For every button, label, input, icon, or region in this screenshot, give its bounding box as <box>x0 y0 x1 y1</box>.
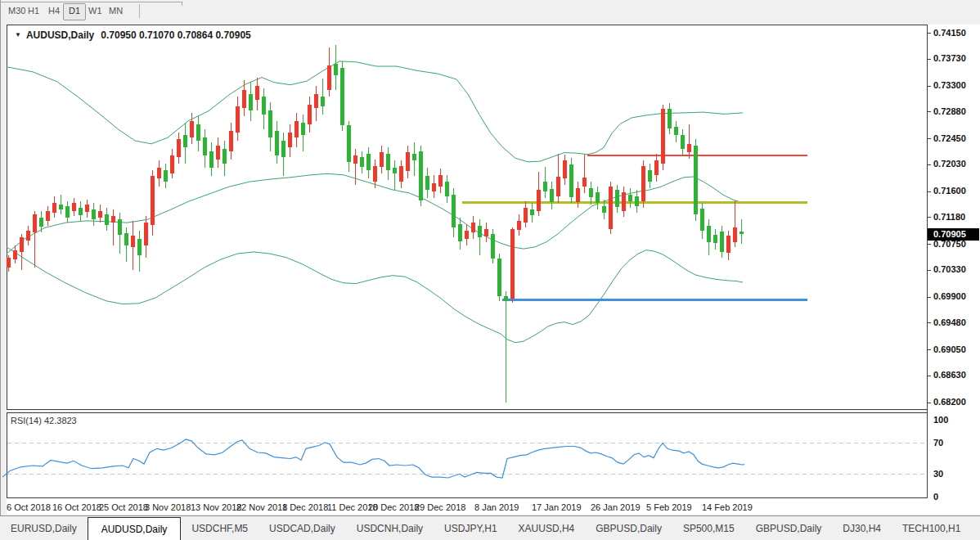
date-tick-label: 16 Oct 2018 <box>52 502 101 512</box>
tab-tech100-h1[interactable]: TECH100,H1 <box>892 516 971 540</box>
price-tick-label: 0.71180 <box>933 213 965 222</box>
rsi-chart[interactable] <box>7 413 926 497</box>
timeframe-button-H1[interactable]: H1 <box>23 3 44 19</box>
date-tick-label: 1 Dec 2018 <box>282 502 328 512</box>
chart-title: ▼AUDUSD,Daily0.70950 0.71070 0.70864 0.7… <box>15 29 251 41</box>
date-tick-label: 3 Nov 2018 <box>145 502 191 512</box>
tab-u[interactable]: U <box>971 516 980 540</box>
date-tick-label: 6 Oct 2018 <box>7 502 51 512</box>
tab-audusd-daily[interactable]: AUDUSD,Daily <box>88 517 182 540</box>
price-tick-mark <box>927 191 931 192</box>
price-axis-background <box>928 25 980 498</box>
price-tick-label: 0.73730 <box>933 54 966 63</box>
date-tick-label: 20 Dec 2018 <box>368 502 419 512</box>
candlestick-chart[interactable] <box>7 25 926 410</box>
date-tick-label: 13 Nov 2018 <box>191 502 241 512</box>
symbol-dropdown-icon[interactable]: ▼ <box>15 31 21 38</box>
date-tick-label: 14 Feb 2019 <box>702 502 753 512</box>
price-tick-mark <box>927 111 931 112</box>
date-tick-label: 26 Jan 2019 <box>591 502 641 512</box>
timeframe-button-MN[interactable]: MN <box>104 3 128 19</box>
price-tick-label: 0.68200 <box>933 398 966 407</box>
tab-gbpusd-daily[interactable]: GBPUSD,Daily <box>585 516 672 540</box>
price-tick-mark <box>927 86 931 87</box>
price-tick-label: 0.72880 <box>933 107 966 116</box>
tab-eurusd-daily[interactable]: EURUSD,Daily <box>0 516 88 540</box>
price-tick-label: 0.70750 <box>933 240 966 249</box>
chart-symbol-label: AUDUSD,Daily <box>26 29 94 41</box>
date-tick-label: 22 Nov 2018 <box>236 502 287 512</box>
rsi-current-value: 42.3823 <box>44 416 77 425</box>
price-tick-mark <box>927 164 931 165</box>
tab-xauusd-h4[interactable]: XAUUSD,H4 <box>508 516 586 540</box>
price-tick-mark <box>927 217 931 218</box>
date-tick-label: 25 Oct 2018 <box>99 502 148 512</box>
price-tick-mark <box>927 59 931 60</box>
rsi-tick-label: 70 <box>933 439 943 448</box>
price-tick-mark <box>927 349 931 350</box>
price-tick-label: 0.68630 <box>933 371 966 380</box>
rsi-tick-label: 100 <box>933 416 948 425</box>
price-tick-mark <box>927 297 931 298</box>
price-tick-label: 0.74150 <box>933 29 966 38</box>
tab-gbpusd-daily[interactable]: GBPUSD,Daily <box>745 516 833 540</box>
tab-sp500-m15[interactable]: SP500,M15 <box>672 516 745 540</box>
price-axis-line[interactable] <box>927 25 928 498</box>
timeframe-toolbar: M30H1H4D1W1MN <box>2 0 980 23</box>
rsi-tick-label: 0 <box>933 493 938 502</box>
price-tick-mark <box>927 322 931 323</box>
price-tick-label: 0.73300 <box>933 81 966 90</box>
price-tick-label: 0.69050 <box>933 345 966 354</box>
timeframe-button-H4[interactable]: H4 <box>43 3 65 19</box>
date-tick-label: 29 Dec 2018 <box>415 502 465 512</box>
price-tick-mark <box>927 244 931 245</box>
window-left-frame <box>0 0 1 540</box>
date-tick-label: 5 Feb 2019 <box>646 502 692 512</box>
rsi-title: RSI(14) <box>11 416 42 425</box>
rsi-label: RSI(14) 42.3823 <box>11 416 77 425</box>
price-tick-mark <box>927 403 931 403</box>
price-tick-mark <box>927 138 931 139</box>
tab-dj30-h4[interactable]: DJ30,H4 <box>832 516 892 540</box>
date-tick-label: 8 Jan 2019 <box>474 502 519 512</box>
tab-usdchf-m5[interactable]: USDCHF,M5 <box>181 516 258 540</box>
tab-usdcad-daily[interactable]: USDCAD,Daily <box>258 516 346 540</box>
trading-terminal-window: { "toolbar": { "buttons": [ {"label":"M3… <box>0 0 980 540</box>
price-tick-label: 0.71600 <box>933 187 966 196</box>
chart-ohlc-values: 0.70950 0.71070 0.70864 0.70905 <box>101 29 251 41</box>
rsi-tick-label: 30 <box>933 470 943 479</box>
price-tick-label: 0.69900 <box>933 292 966 301</box>
price-tick-label: 0.72450 <box>933 134 966 143</box>
tab-usdjpy-h1[interactable]: USDJPY,H1 <box>434 516 507 540</box>
date-tick-label: 17 Jan 2019 <box>532 502 582 512</box>
price-tick-label: 0.70330 <box>933 265 966 274</box>
toolbar-separator <box>139 4 140 18</box>
price-tick-label: 0.72030 <box>933 160 966 169</box>
price-tick-label: 0.69480 <box>933 318 966 327</box>
tab-usdcnh-daily[interactable]: USDCNH,Daily <box>346 516 434 540</box>
price-tick-mark <box>927 270 931 271</box>
symbol-tab-bar: EURUSD,DailyAUDUSD,DailyUSDCHF,M5USDCAD,… <box>0 515 980 540</box>
current-price-badge: 0.70905 <box>928 228 979 241</box>
price-tick-mark <box>927 33 931 34</box>
timeframe-button-D1[interactable]: D1 <box>63 3 86 20</box>
price-tick-mark <box>927 376 931 376</box>
